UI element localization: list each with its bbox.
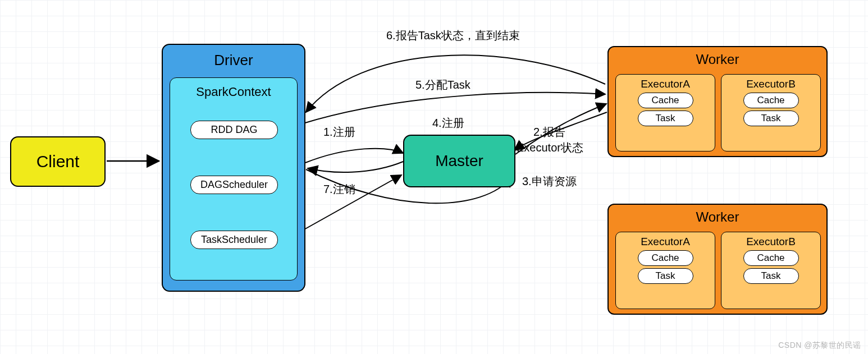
worker2-execA-task: Task <box>638 268 693 284</box>
sparkcontext-box: SparkContext RDD DAG DAGScheduler TaskSc… <box>170 77 298 281</box>
worker1-execB-cache: Cache <box>743 93 799 108</box>
worker2-execB-task: Task <box>743 268 799 284</box>
worker2-execB-cache: Cache <box>743 250 799 266</box>
worker1-execA-task: Task <box>638 111 693 126</box>
edge2b-label: Executor状态 <box>517 140 583 155</box>
worker1-execB: ExecutorB Cache Task <box>721 74 821 151</box>
worker2-execA: ExecutorA Cache Task <box>615 232 715 309</box>
worker1-execB-task: Task <box>743 111 799 126</box>
sparkcontext-title: SparkContext <box>170 85 297 99</box>
master-label: Master <box>435 152 483 170</box>
worker2-title: Worker <box>609 209 826 225</box>
edge3-label: 3.申请资源 <box>522 174 577 189</box>
arrow-1-register <box>305 149 403 163</box>
edge7-label: 7.注销 <box>323 182 355 197</box>
arrow-1-register-back <box>308 162 403 172</box>
worker2-box: Worker ExecutorA Cache Task ExecutorB Ca… <box>607 204 828 315</box>
edge6-label: 6.报告Task状态，直到结束 <box>386 28 520 43</box>
driver-box: Driver SparkContext RDD DAG DAGScheduler… <box>162 44 305 292</box>
rdddag-pill: RDD DAG <box>190 121 278 139</box>
master-box: Master <box>403 135 515 187</box>
client-box: Client <box>10 136 106 187</box>
worker2-execB: ExecutorB Cache Task <box>721 232 821 309</box>
worker1-box: Worker ExecutorA Cache Task ExecutorB Ca… <box>607 46 828 157</box>
edge5-label: 5.分配Task <box>415 77 470 93</box>
driver-title: Driver <box>163 52 304 69</box>
watermark: CSDN @苏黎世的民谣 <box>778 341 861 351</box>
worker1-title: Worker <box>609 52 826 67</box>
dagscheduler-pill: DAGScheduler <box>190 176 278 194</box>
client-label: Client <box>36 152 80 171</box>
worker1-execA: ExecutorA Cache Task <box>615 74 715 151</box>
worker1-execB-title: ExecutorB <box>721 78 820 90</box>
worker2-execB-title: ExecutorB <box>721 236 820 248</box>
worker1-execA-cache: Cache <box>638 93 693 108</box>
edge2a-label: 2.报告 <box>533 125 565 140</box>
worker1-execA-title: ExecutorA <box>616 78 715 90</box>
worker2-execA-title: ExecutorA <box>616 236 715 248</box>
edge1-label: 1.注册 <box>323 125 355 140</box>
edge4-label: 4.注册 <box>432 116 464 131</box>
worker2-execA-cache: Cache <box>638 250 693 266</box>
taskscheduler-pill: TaskScheduler <box>190 231 278 249</box>
